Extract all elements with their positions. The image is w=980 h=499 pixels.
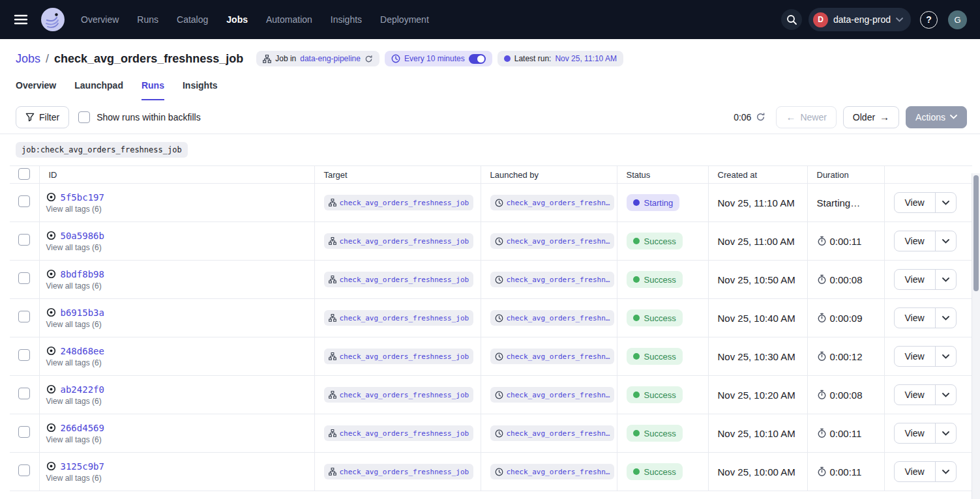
view-dropdown-chevron-icon[interactable] — [935, 423, 956, 443]
view-dropdown-chevron-icon[interactable] — [935, 231, 956, 251]
target-pill[interactable]: check_avg_orders_freshness_job — [324, 464, 474, 479]
view-button[interactable]: View — [895, 193, 935, 212]
target-pill[interactable]: check_avg_orders_freshness_job — [324, 310, 474, 326]
row-checkbox[interactable] — [18, 234, 30, 246]
target-pill[interactable]: check_avg_orders_freshness_job — [324, 233, 474, 249]
target-pill[interactable]: check_avg_orders_freshness_job — [324, 349, 474, 364]
run-id-link[interactable]: 248d68ee — [61, 346, 104, 356]
stopwatch-icon — [817, 313, 827, 323]
view-dropdown-chevron-icon[interactable] — [935, 462, 956, 481]
target-pill[interactable]: check_avg_orders_freshness_job — [324, 387, 474, 403]
view-button[interactable]: View — [895, 308, 935, 328]
older-button[interactable]: Older → — [843, 106, 899, 128]
schedule-toggle[interactable] — [469, 54, 486, 64]
row-checkbox[interactable] — [18, 388, 30, 399]
launched-by-pill[interactable]: check_avg_orders_freshn… — [490, 272, 615, 287]
nav-item-insights[interactable]: Insights — [331, 14, 362, 25]
view-all-tags-link[interactable]: View all tags (6) — [46, 320, 314, 329]
status-badge[interactable]: Success — [627, 233, 683, 250]
view-dropdown-chevron-icon[interactable] — [935, 385, 956, 405]
show-backfills-checkbox[interactable] — [78, 111, 90, 123]
status-badge[interactable]: Starting — [627, 194, 680, 211]
status-badge[interactable]: Success — [627, 309, 683, 326]
table-row: 266d4569 View all tags (6) check_avg_ord… — [10, 414, 972, 453]
tab-launchpad[interactable]: Launchpad — [74, 80, 123, 100]
user-avatar[interactable]: G — [948, 10, 967, 29]
view-dropdown-chevron-icon[interactable] — [935, 308, 956, 328]
nav-item-catalog[interactable]: Catalog — [177, 14, 208, 25]
row-checkbox[interactable] — [18, 349, 30, 361]
view-button[interactable]: View — [895, 270, 935, 289]
refresh-icon[interactable] — [756, 112, 765, 122]
run-id-link[interactable]: 50a5986b — [61, 231, 104, 241]
pipeline-link[interactable]: data-eng-pipeline — [300, 54, 361, 63]
job-filter-tag[interactable]: job:check_avg_orders_freshness_job — [16, 142, 188, 158]
filter-button[interactable]: Filter — [16, 106, 69, 128]
row-checkbox[interactable] — [18, 311, 30, 322]
view-button[interactable]: View — [895, 423, 935, 443]
run-id-link[interactable]: 8bdf8b98 — [61, 269, 104, 279]
breadcrumb-jobs-link[interactable]: Jobs — [16, 52, 40, 66]
tab-overview[interactable]: Overview — [16, 80, 56, 100]
view-button[interactable]: View — [895, 462, 935, 481]
reload-icon[interactable] — [364, 55, 373, 63]
launched-by-pill[interactable]: check_avg_orders_freshn… — [490, 464, 615, 479]
target-pill[interactable]: check_avg_orders_freshness_job — [324, 272, 474, 287]
row-checkbox[interactable] — [18, 272, 30, 284]
nav-item-runs[interactable]: Runs — [137, 14, 158, 25]
view-button[interactable]: View — [895, 347, 935, 366]
hamburger-menu-icon[interactable] — [12, 10, 30, 29]
nav-item-automation[interactable]: Automation — [266, 14, 312, 25]
view-all-tags-link[interactable]: View all tags (6) — [46, 243, 314, 252]
dagster-logo-icon[interactable] — [40, 7, 65, 32]
help-icon[interactable]: ? — [920, 11, 938, 29]
tab-insights[interactable]: Insights — [183, 80, 218, 100]
nav-item-deployment[interactable]: Deployment — [380, 14, 429, 25]
view-dropdown-chevron-icon[interactable] — [935, 193, 956, 212]
status-badge[interactable]: Success — [627, 425, 683, 442]
view-button[interactable]: View — [895, 385, 935, 405]
view-dropdown-chevron-icon[interactable] — [935, 347, 956, 366]
status-badge[interactable]: Success — [627, 348, 683, 365]
view-all-tags-link[interactable]: View all tags (6) — [46, 474, 314, 483]
row-checkbox[interactable] — [18, 426, 30, 438]
launched-by-pill[interactable]: check_avg_orders_freshn… — [490, 387, 615, 403]
launched-by-pill[interactable]: check_avg_orders_freshn… — [490, 349, 615, 364]
view-all-tags-link[interactable]: View all tags (6) — [46, 358, 314, 367]
status-badge[interactable]: Success — [627, 271, 683, 288]
search-icon[interactable] — [781, 9, 802, 30]
target-pill[interactable]: check_avg_orders_freshness_job — [324, 195, 474, 210]
view-all-tags-link[interactable]: View all tags (6) — [46, 205, 314, 214]
vertical-scrollbar[interactable] — [972, 173, 980, 499]
tab-runs[interactable]: Runs — [141, 80, 164, 100]
scrollbar-thumb[interactable] — [973, 175, 979, 291]
newer-button[interactable]: ← Newer — [776, 106, 836, 128]
breadcrumb: Jobs / check_avg_orders_freshness_job Jo… — [0, 39, 980, 73]
status-badge[interactable]: Success — [627, 463, 683, 480]
select-all-checkbox[interactable] — [18, 168, 30, 180]
nav-item-jobs[interactable]: Jobs — [226, 14, 248, 25]
row-checkbox[interactable] — [18, 195, 30, 207]
launched-by-pill[interactable]: check_avg_orders_freshn… — [490, 425, 615, 441]
view-all-tags-link[interactable]: View all tags (6) — [46, 435, 314, 444]
launched-by-pill[interactable]: check_avg_orders_freshn… — [490, 233, 615, 249]
view-all-tags-link[interactable]: View all tags (6) — [46, 397, 314, 406]
run-id-link[interactable]: 266d4569 — [61, 423, 104, 433]
actions-button[interactable]: Actions — [906, 106, 967, 128]
run-id-link[interactable]: b6915b3a — [61, 307, 104, 318]
view-all-tags-link[interactable]: View all tags (6) — [46, 281, 314, 291]
launched-by-pill[interactable]: check_avg_orders_freshn… — [490, 310, 615, 326]
row-checkbox[interactable] — [18, 464, 30, 476]
nav-item-overview[interactable]: Overview — [81, 14, 119, 25]
latest-run-link[interactable]: Nov 25, 11:10 AM — [555, 54, 617, 63]
run-id-link[interactable]: 3125c9b7 — [61, 461, 104, 472]
launched-by-pill[interactable]: check_avg_orders_freshn… — [490, 195, 615, 210]
target-pill[interactable]: check_avg_orders_freshness_job — [324, 425, 474, 441]
view-dropdown-chevron-icon[interactable] — [935, 270, 956, 289]
view-button[interactable]: View — [895, 231, 935, 251]
run-id-link[interactable]: 5f5bc197 — [61, 192, 104, 203]
status-badge[interactable]: Success — [627, 386, 683, 403]
run-id-link[interactable]: ab2422f0 — [61, 384, 104, 395]
org-switcher[interactable]: D data-eng-prod — [809, 8, 911, 31]
created-at-cell: Nov 25, 10:40 AM — [708, 299, 807, 337]
